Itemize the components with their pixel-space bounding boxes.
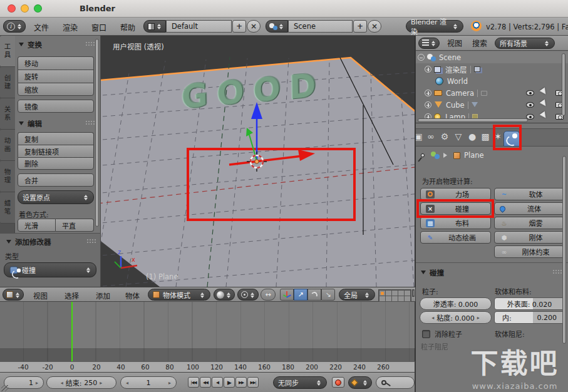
viewport-3d[interactable]: z x 用户视图 (透视) GOOD (1) Plane bbox=[101, 36, 415, 287]
tab-physics[interactable]: 物理 bbox=[0, 161, 15, 192]
pivot-dropdown[interactable] bbox=[237, 289, 259, 301]
step-left-icon[interactable]: ◂ bbox=[126, 380, 128, 386]
timeline-canvas[interactable] bbox=[0, 302, 415, 361]
shade-flat-button[interactable]: 平直 bbox=[56, 219, 94, 232]
outliner-menu-view[interactable]: 视图 bbox=[445, 38, 465, 48]
properties-scrollbar[interactable] bbox=[562, 156, 566, 344]
step-right-icon[interactable]: ▸ bbox=[477, 315, 480, 321]
mode-dropdown[interactable]: 物体模式 bbox=[148, 289, 210, 301]
panel-header-edit[interactable]: 编辑 bbox=[19, 118, 42, 128]
move-button[interactable]: 移动 bbox=[18, 56, 94, 70]
expand-icon[interactable] bbox=[425, 101, 431, 108]
duplicate-linked-button[interactable]: 复制链接项 bbox=[18, 145, 94, 157]
start-frame-field[interactable]: 1▸ bbox=[4, 376, 44, 389]
translate-manipulator-button[interactable]: ↗ bbox=[294, 289, 307, 301]
shading-dropdown[interactable] bbox=[214, 289, 235, 301]
tab-constraints-chain-icon[interactable]: ∞ bbox=[425, 132, 437, 142]
step-left-icon[interactable]: ◂ bbox=[61, 380, 63, 386]
rotate-manipulator-button[interactable] bbox=[307, 289, 321, 301]
editor-type-button-3dview[interactable] bbox=[3, 289, 24, 301]
end-frame-field[interactable]: ◂ 结束: 250 ▸ bbox=[46, 376, 116, 389]
cloth-button[interactable]: ▩ 布料 bbox=[420, 217, 491, 229]
collapse-icon[interactable] bbox=[418, 54, 425, 61]
expand-icon[interactable] bbox=[425, 90, 431, 96]
sync-mode-dropdown[interactable]: 无同步 bbox=[273, 376, 327, 389]
tab-relations[interactable]: 关系 bbox=[0, 98, 15, 130]
render-engine-dropdown[interactable]: Blender 渲染 bbox=[406, 20, 463, 33]
duplicate-button[interactable]: 复制 bbox=[18, 132, 94, 145]
play-reverse-button[interactable] bbox=[212, 377, 223, 388]
panel-header-collision[interactable]: 碰撞 bbox=[421, 267, 444, 277]
expand-icon[interactable] bbox=[425, 66, 431, 73]
outliner-horizontal-scrollbar[interactable] bbox=[418, 118, 528, 122]
selectability-cursor-icon[interactable] bbox=[540, 87, 550, 98]
rigid-body-constraint-button[interactable]: ∞ 刚体约束 bbox=[494, 245, 564, 258]
join-button[interactable]: 合并 bbox=[18, 173, 94, 187]
step-right-icon[interactable]: ▸ bbox=[100, 380, 102, 386]
tab-material-icon[interactable]: ● bbox=[466, 132, 478, 142]
rigid-body-button[interactable]: ⬢ 刚体 bbox=[494, 231, 564, 244]
timeline-ruler[interactable]: -40 -20 0 20 40 60 80 100 120 140 160 18… bbox=[0, 361, 415, 372]
smoke-button[interactable]: ♨ 烟雾 bbox=[494, 217, 564, 229]
scene-browse-button[interactable] bbox=[266, 20, 288, 33]
outliner-row-camera[interactable]: Camera bbox=[416, 87, 568, 99]
outliner-vertical-scrollbar[interactable] bbox=[562, 53, 565, 116]
proportional-edit-button[interactable]: ↔ bbox=[261, 289, 276, 301]
breadcrumb-object-name[interactable]: Plane bbox=[464, 151, 484, 160]
delete-layout-button[interactable] bbox=[247, 20, 261, 33]
tab-create[interactable]: 创建 bbox=[0, 67, 15, 98]
active-keying-set-field[interactable] bbox=[376, 376, 415, 389]
outliner-row-scene[interactable]: Scene bbox=[416, 51, 568, 63]
keying-set-dropdown[interactable] bbox=[348, 376, 372, 389]
tab-grease-pencil[interactable]: 蜡笔 bbox=[0, 192, 15, 224]
tab-modifiers-wrench-icon[interactable]: ⚙ bbox=[438, 132, 451, 142]
outliner-row-world[interactable]: World bbox=[416, 75, 568, 87]
layout-name-field[interactable]: Default bbox=[166, 20, 232, 33]
add-scene-button[interactable] bbox=[353, 20, 367, 33]
play-button[interactable] bbox=[224, 377, 235, 388]
menu-help[interactable]: 帮助 bbox=[118, 22, 138, 33]
scale-manipulator-button[interactable]: ↘ bbox=[321, 289, 335, 301]
menu-render[interactable]: 渲染 bbox=[60, 22, 80, 33]
menu-file[interactable]: 文件 bbox=[31, 22, 51, 33]
tab-object-icon[interactable]: ▣ bbox=[415, 132, 425, 142]
selectability-cursor-icon[interactable] bbox=[540, 99, 550, 110]
close-window-button[interactable] bbox=[8, 4, 16, 13]
scale-button[interactable]: 缩放 bbox=[18, 83, 94, 96]
fluid-button[interactable]: 流体 bbox=[494, 202, 564, 215]
permeability-field[interactable]: 渗透率: 0.000 bbox=[420, 297, 492, 310]
add-layout-button[interactable] bbox=[232, 20, 246, 33]
delete-button[interactable]: 删除 bbox=[18, 157, 94, 170]
auto-keyframe-record-button[interactable] bbox=[332, 377, 344, 388]
set-origin-dropdown[interactable]: 设置原点 bbox=[18, 190, 94, 204]
outliner-scope-dropdown[interactable]: 所有场景 bbox=[495, 38, 555, 49]
menu-select[interactable]: 选择 bbox=[61, 291, 82, 301]
scene-name-field[interactable]: Scene bbox=[288, 20, 353, 33]
layers-widget-right[interactable] bbox=[412, 289, 415, 297]
modifier-type-dropdown[interactable]: 碰撞 bbox=[4, 262, 96, 277]
pin-icon[interactable] bbox=[420, 153, 425, 158]
mirror-button[interactable]: 镜像 bbox=[18, 100, 94, 113]
shade-smooth-button[interactable]: 光滑 bbox=[18, 219, 56, 232]
visibility-eye-icon[interactable] bbox=[526, 90, 534, 96]
current-frame-field[interactable]: ◂ 1 ▸ bbox=[120, 376, 177, 389]
previous-keyframe-button[interactable] bbox=[200, 377, 211, 388]
outliner-row-renderlayer[interactable]: 渲染层 bbox=[416, 63, 568, 75]
layout-browse-button[interactable] bbox=[143, 20, 166, 33]
tab-texture-icon[interactable]: ▩ bbox=[479, 132, 492, 142]
outliner-menu-search[interactable]: 搜索 bbox=[470, 38, 490, 48]
jump-to-start-button[interactable] bbox=[188, 377, 199, 388]
next-keyframe-button[interactable] bbox=[235, 377, 247, 388]
toolshelf-scrollbar[interactable] bbox=[95, 39, 99, 227]
transform-orientation-dropdown[interactable]: 全局 bbox=[339, 289, 375, 301]
tab-animation[interactable]: 动画 bbox=[0, 130, 15, 161]
menu-window[interactable]: 窗口 bbox=[89, 22, 109, 33]
layers-widget-left[interactable] bbox=[378, 289, 411, 302]
delete-scene-button[interactable] bbox=[368, 20, 381, 33]
outliner-row-cube[interactable]: Cube bbox=[416, 99, 568, 111]
minimize-window-button[interactable] bbox=[21, 4, 29, 13]
menu-add[interactable]: 添加 bbox=[93, 291, 113, 301]
soft-body-button[interactable]: ~ 软体 bbox=[494, 188, 564, 200]
editor-type-button-info[interactable]: i bbox=[3, 20, 26, 33]
outer-thickness-field[interactable]: 外表面: 0.020 bbox=[494, 297, 565, 310]
